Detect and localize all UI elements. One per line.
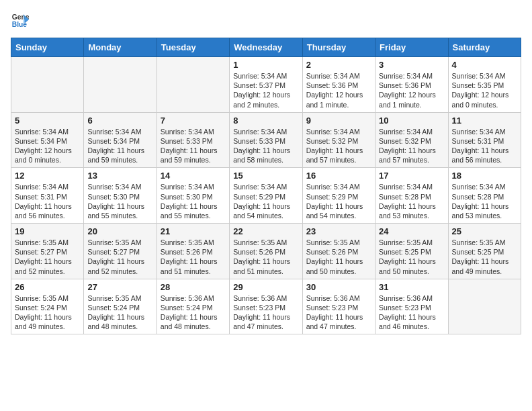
- day-info: Sunrise: 5:36 AM Sunset: 5:23 PM Dayligh…: [306, 293, 371, 332]
- day-number: 3: [379, 60, 444, 70]
- day-number: 21: [161, 226, 226, 236]
- calendar-cell: [157, 57, 229, 113]
- day-number: 9: [306, 116, 371, 126]
- day-number: 18: [452, 171, 517, 181]
- day-number: 16: [306, 171, 371, 181]
- calendar-cell: 12Sunrise: 5:34 AM Sunset: 5:31 PM Dayli…: [11, 168, 84, 224]
- calendar-cell: 29Sunrise: 5:36 AM Sunset: 5:23 PM Dayli…: [230, 279, 302, 334]
- calendar-cell: [448, 279, 521, 334]
- calendar-cell: 13Sunrise: 5:34 AM Sunset: 5:30 PM Dayli…: [84, 168, 157, 224]
- day-info: Sunrise: 5:35 AM Sunset: 5:27 PM Dayligh…: [87, 238, 152, 276]
- day-info: Sunrise: 5:34 AM Sunset: 5:30 PM Dayligh…: [161, 182, 226, 220]
- calendar-week-row: 19Sunrise: 5:35 AM Sunset: 5:27 PM Dayli…: [11, 224, 521, 279]
- day-number: 5: [15, 116, 80, 126]
- calendar-cell: 11Sunrise: 5:34 AM Sunset: 5:31 PM Dayli…: [448, 112, 521, 168]
- day-info: Sunrise: 5:35 AM Sunset: 5:26 PM Dayligh…: [161, 238, 226, 276]
- day-info: Sunrise: 5:34 AM Sunset: 5:31 PM Dayligh…: [452, 127, 517, 165]
- day-number: 8: [233, 116, 298, 126]
- day-number: 12: [15, 171, 80, 181]
- calendar-cell: 22Sunrise: 5:35 AM Sunset: 5:26 PM Dayli…: [230, 224, 302, 279]
- header-cell-sunday: Sunday: [11, 38, 84, 57]
- header-cell-wednesday: Wednesday: [230, 38, 302, 57]
- calendar-cell: 16Sunrise: 5:34 AM Sunset: 5:29 PM Dayli…: [302, 168, 375, 224]
- calendar-cell: 9Sunrise: 5:34 AM Sunset: 5:32 PM Daylig…: [302, 112, 375, 168]
- day-number: 2: [306, 60, 371, 70]
- calendar-cell: 19Sunrise: 5:35 AM Sunset: 5:27 PM Dayli…: [11, 224, 84, 279]
- day-info: Sunrise: 5:35 AM Sunset: 5:25 PM Dayligh…: [379, 238, 444, 276]
- calendar-cell: 24Sunrise: 5:35 AM Sunset: 5:25 PM Dayli…: [375, 224, 448, 279]
- calendar-cell: 10Sunrise: 5:34 AM Sunset: 5:32 PM Dayli…: [375, 112, 448, 168]
- calendar-cell: [84, 57, 157, 113]
- calendar-week-row: 1Sunrise: 5:34 AM Sunset: 5:37 PM Daylig…: [11, 57, 521, 113]
- day-number: 24: [379, 226, 444, 236]
- day-info: Sunrise: 5:34 AM Sunset: 5:36 PM Dayligh…: [379, 71, 444, 109]
- calendar-cell: 8Sunrise: 5:34 AM Sunset: 5:33 PM Daylig…: [230, 112, 302, 168]
- header-cell-monday: Monday: [84, 38, 157, 57]
- calendar-cell: 27Sunrise: 5:35 AM Sunset: 5:24 PM Dayli…: [84, 279, 157, 334]
- day-info: Sunrise: 5:36 AM Sunset: 5:23 PM Dayligh…: [233, 293, 298, 332]
- day-number: 19: [15, 226, 80, 236]
- calendar-cell: 30Sunrise: 5:36 AM Sunset: 5:23 PM Dayli…: [302, 279, 375, 334]
- day-number: 25: [452, 226, 517, 236]
- day-number: 22: [233, 226, 298, 236]
- calendar-week-row: 5Sunrise: 5:34 AM Sunset: 5:34 PM Daylig…: [11, 112, 521, 168]
- day-info: Sunrise: 5:35 AM Sunset: 5:27 PM Dayligh…: [15, 238, 80, 276]
- day-info: Sunrise: 5:36 AM Sunset: 5:24 PM Dayligh…: [161, 293, 226, 332]
- calendar-week-row: 12Sunrise: 5:34 AM Sunset: 5:31 PM Dayli…: [11, 168, 521, 224]
- day-number: 30: [306, 282, 371, 292]
- day-info: Sunrise: 5:34 AM Sunset: 5:31 PM Dayligh…: [15, 182, 80, 220]
- day-info: Sunrise: 5:35 AM Sunset: 5:24 PM Dayligh…: [87, 293, 152, 332]
- day-number: 17: [379, 171, 444, 181]
- day-number: 29: [233, 282, 298, 292]
- day-info: Sunrise: 5:34 AM Sunset: 5:36 PM Dayligh…: [306, 71, 371, 109]
- day-info: Sunrise: 5:34 AM Sunset: 5:33 PM Dayligh…: [233, 127, 298, 165]
- calendar-cell: 1Sunrise: 5:34 AM Sunset: 5:37 PM Daylig…: [230, 57, 302, 113]
- day-info: Sunrise: 5:35 AM Sunset: 5:24 PM Dayligh…: [15, 293, 80, 332]
- day-info: Sunrise: 5:34 AM Sunset: 5:33 PM Dayligh…: [161, 127, 226, 165]
- calendar-body: 1Sunrise: 5:34 AM Sunset: 5:37 PM Daylig…: [11, 57, 521, 334]
- day-info: Sunrise: 5:35 AM Sunset: 5:25 PM Dayligh…: [452, 238, 517, 276]
- header-cell-saturday: Saturday: [448, 38, 521, 57]
- calendar-cell: 17Sunrise: 5:34 AM Sunset: 5:28 PM Dayli…: [375, 168, 448, 224]
- calendar-cell: 14Sunrise: 5:34 AM Sunset: 5:30 PM Dayli…: [157, 168, 229, 224]
- calendar-cell: 18Sunrise: 5:34 AM Sunset: 5:28 PM Dayli…: [448, 168, 521, 224]
- day-info: Sunrise: 5:34 AM Sunset: 5:30 PM Dayligh…: [87, 182, 152, 220]
- day-number: 4: [452, 60, 517, 70]
- day-number: 27: [87, 282, 152, 292]
- calendar-cell: 15Sunrise: 5:34 AM Sunset: 5:29 PM Dayli…: [230, 168, 302, 224]
- calendar-cell: 7Sunrise: 5:34 AM Sunset: 5:33 PM Daylig…: [157, 112, 229, 168]
- day-number: 28: [161, 282, 226, 292]
- calendar-cell: 20Sunrise: 5:35 AM Sunset: 5:27 PM Dayli…: [84, 224, 157, 279]
- day-info: Sunrise: 5:34 AM Sunset: 5:28 PM Dayligh…: [379, 182, 444, 220]
- calendar-cell: 23Sunrise: 5:35 AM Sunset: 5:26 PM Dayli…: [302, 224, 375, 279]
- page-header: General Blue: [11, 11, 521, 30]
- header-cell-tuesday: Tuesday: [157, 38, 229, 57]
- day-number: 11: [452, 116, 517, 126]
- day-info: Sunrise: 5:34 AM Sunset: 5:29 PM Dayligh…: [306, 182, 371, 220]
- calendar-cell: 26Sunrise: 5:35 AM Sunset: 5:24 PM Dayli…: [11, 279, 84, 334]
- day-number: 7: [161, 116, 226, 126]
- header-cell-thursday: Thursday: [302, 38, 375, 57]
- calendar-table: SundayMondayTuesdayWednesdayThursdayFrid…: [11, 38, 521, 334]
- logo: General Blue: [11, 11, 30, 30]
- calendar-cell: [11, 57, 84, 113]
- day-info: Sunrise: 5:35 AM Sunset: 5:26 PM Dayligh…: [306, 238, 371, 276]
- day-info: Sunrise: 5:34 AM Sunset: 5:29 PM Dayligh…: [233, 182, 298, 220]
- day-number: 10: [379, 116, 444, 126]
- day-number: 1: [233, 60, 298, 70]
- day-info: Sunrise: 5:34 AM Sunset: 5:34 PM Dayligh…: [87, 127, 152, 165]
- calendar-cell: 6Sunrise: 5:34 AM Sunset: 5:34 PM Daylig…: [84, 112, 157, 168]
- calendar-cell: 31Sunrise: 5:36 AM Sunset: 5:23 PM Dayli…: [375, 279, 448, 334]
- calendar-cell: 5Sunrise: 5:34 AM Sunset: 5:34 PM Daylig…: [11, 112, 84, 168]
- day-number: 31: [379, 282, 444, 292]
- calendar-cell: 2Sunrise: 5:34 AM Sunset: 5:36 PM Daylig…: [302, 57, 375, 113]
- calendar-cell: 3Sunrise: 5:34 AM Sunset: 5:36 PM Daylig…: [375, 57, 448, 113]
- day-info: Sunrise: 5:34 AM Sunset: 5:32 PM Dayligh…: [306, 127, 371, 165]
- calendar-cell: 21Sunrise: 5:35 AM Sunset: 5:26 PM Dayli…: [157, 224, 229, 279]
- day-info: Sunrise: 5:36 AM Sunset: 5:23 PM Dayligh…: [379, 293, 444, 332]
- day-number: 15: [233, 171, 298, 181]
- day-info: Sunrise: 5:34 AM Sunset: 5:34 PM Dayligh…: [15, 127, 80, 165]
- day-number: 13: [87, 171, 152, 181]
- calendar-cell: 4Sunrise: 5:34 AM Sunset: 5:35 PM Daylig…: [448, 57, 521, 113]
- day-number: 23: [306, 226, 371, 236]
